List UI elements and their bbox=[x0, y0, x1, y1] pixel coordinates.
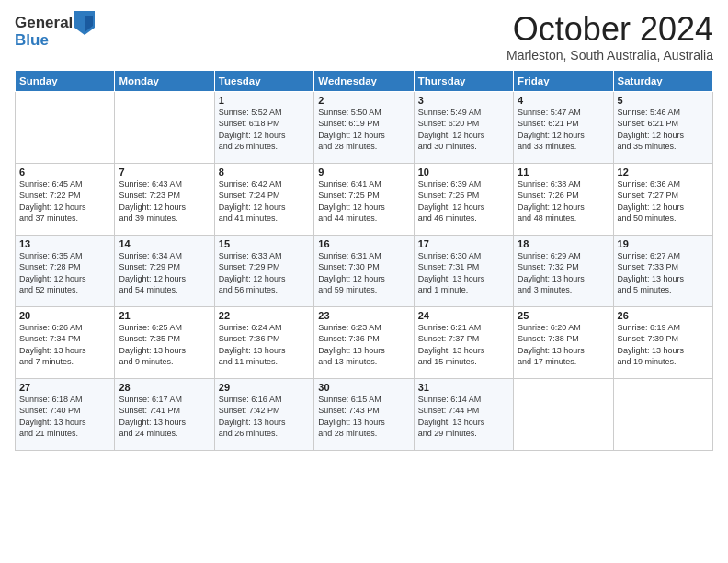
day-number: 14 bbox=[119, 238, 210, 249]
day-number: 21 bbox=[119, 310, 210, 321]
day-detail: Sunrise: 6:41 AMSunset: 7:25 PMDaylight:… bbox=[318, 178, 409, 224]
day-number: 18 bbox=[518, 238, 609, 249]
day-number: 5 bbox=[618, 95, 709, 106]
day-detail: Sunrise: 6:17 AMSunset: 7:41 PMDaylight:… bbox=[119, 394, 210, 440]
weekday-header-sunday: Sunday bbox=[16, 70, 115, 91]
day-number: 20 bbox=[19, 310, 110, 321]
calendar-cell bbox=[613, 378, 712, 450]
day-number: 23 bbox=[318, 310, 409, 321]
calendar-cell: 12Sunrise: 6:36 AMSunset: 7:27 PMDayligh… bbox=[613, 163, 712, 235]
calendar-table: SundayMondayTuesdayWednesdayThursdayFrid… bbox=[15, 70, 713, 451]
day-number: 11 bbox=[518, 167, 609, 178]
calendar-week-row: 6Sunrise: 6:45 AMSunset: 7:22 PMDaylight… bbox=[16, 163, 713, 235]
calendar-week-row: 1Sunrise: 5:52 AMSunset: 6:18 PMDaylight… bbox=[16, 91, 713, 163]
day-detail: Sunrise: 5:49 AMSunset: 6:20 PMDaylight:… bbox=[418, 107, 509, 153]
day-number: 25 bbox=[518, 310, 609, 321]
calendar-cell: 6Sunrise: 6:45 AMSunset: 7:22 PMDaylight… bbox=[16, 163, 115, 235]
calendar-cell: 19Sunrise: 6:27 AMSunset: 7:33 PMDayligh… bbox=[613, 235, 712, 306]
calendar-cell: 27Sunrise: 6:18 AMSunset: 7:40 PMDayligh… bbox=[16, 378, 115, 450]
day-number: 24 bbox=[418, 310, 509, 321]
logo-icon bbox=[74, 11, 95, 35]
logo-blue-text: Blue bbox=[15, 31, 49, 50]
day-detail: Sunrise: 6:20 AMSunset: 7:38 PMDaylight:… bbox=[518, 322, 609, 368]
title-block: October 2024 Marleston, South Australia,… bbox=[506, 11, 713, 63]
day-detail: Sunrise: 6:34 AMSunset: 7:29 PMDaylight:… bbox=[119, 250, 210, 296]
day-number: 10 bbox=[418, 167, 509, 178]
calendar-cell: 24Sunrise: 6:21 AMSunset: 7:37 PMDayligh… bbox=[414, 306, 513, 378]
calendar-cell bbox=[115, 91, 214, 163]
logo: General Blue bbox=[15, 11, 97, 50]
calendar-cell: 16Sunrise: 6:31 AMSunset: 7:30 PMDayligh… bbox=[314, 235, 414, 306]
calendar-cell: 1Sunrise: 5:52 AMSunset: 6:18 PMDaylight… bbox=[214, 91, 313, 163]
calendar-cell: 31Sunrise: 6:14 AMSunset: 7:44 PMDayligh… bbox=[414, 378, 513, 450]
day-detail: Sunrise: 6:45 AMSunset: 7:22 PMDaylight:… bbox=[19, 178, 110, 224]
calendar-cell bbox=[16, 91, 115, 163]
day-number: 30 bbox=[318, 382, 409, 393]
day-number: 19 bbox=[618, 238, 709, 249]
day-number: 28 bbox=[119, 382, 210, 393]
calendar-cell bbox=[514, 378, 613, 450]
day-detail: Sunrise: 5:50 AMSunset: 6:19 PMDaylight:… bbox=[318, 107, 409, 153]
day-detail: Sunrise: 6:36 AMSunset: 7:27 PMDaylight:… bbox=[618, 178, 709, 224]
calendar-cell: 11Sunrise: 6:38 AMSunset: 7:26 PMDayligh… bbox=[514, 163, 613, 235]
day-detail: Sunrise: 6:21 AMSunset: 7:37 PMDaylight:… bbox=[418, 322, 509, 368]
header-section: General Blue October 2024 Marleston, Sou… bbox=[15, 11, 713, 63]
location-title: Marleston, South Australia, Australia bbox=[506, 48, 713, 63]
calendar-cell: 9Sunrise: 6:41 AMSunset: 7:25 PMDaylight… bbox=[314, 163, 414, 235]
calendar-cell: 20Sunrise: 6:26 AMSunset: 7:34 PMDayligh… bbox=[16, 306, 115, 378]
calendar-cell: 23Sunrise: 6:23 AMSunset: 7:36 PMDayligh… bbox=[314, 306, 414, 378]
calendar-cell: 10Sunrise: 6:39 AMSunset: 7:25 PMDayligh… bbox=[414, 163, 513, 235]
calendar-cell: 4Sunrise: 5:47 AMSunset: 6:21 PMDaylight… bbox=[514, 91, 613, 163]
weekday-header-friday: Friday bbox=[514, 70, 613, 91]
calendar-cell: 2Sunrise: 5:50 AMSunset: 6:19 PMDaylight… bbox=[314, 91, 414, 163]
calendar-cell: 25Sunrise: 6:20 AMSunset: 7:38 PMDayligh… bbox=[514, 306, 613, 378]
day-detail: Sunrise: 6:39 AMSunset: 7:25 PMDaylight:… bbox=[418, 178, 509, 224]
weekday-header-monday: Monday bbox=[115, 70, 214, 91]
calendar-cell: 22Sunrise: 6:24 AMSunset: 7:36 PMDayligh… bbox=[214, 306, 313, 378]
day-number: 29 bbox=[219, 382, 310, 393]
calendar-cell: 3Sunrise: 5:49 AMSunset: 6:20 PMDaylight… bbox=[414, 91, 513, 163]
day-number: 22 bbox=[219, 310, 310, 321]
day-detail: Sunrise: 6:29 AMSunset: 7:32 PMDaylight:… bbox=[518, 250, 609, 296]
day-number: 8 bbox=[219, 167, 310, 178]
day-number: 12 bbox=[618, 167, 709, 178]
day-number: 9 bbox=[318, 167, 409, 178]
day-number: 1 bbox=[219, 95, 310, 106]
day-detail: Sunrise: 6:42 AMSunset: 7:24 PMDaylight:… bbox=[219, 178, 310, 224]
calendar-cell: 15Sunrise: 6:33 AMSunset: 7:29 PMDayligh… bbox=[214, 235, 313, 306]
day-number: 13 bbox=[19, 238, 110, 249]
day-number: 31 bbox=[418, 382, 509, 393]
calendar-cell: 26Sunrise: 6:19 AMSunset: 7:39 PMDayligh… bbox=[613, 306, 712, 378]
calendar-cell: 14Sunrise: 6:34 AMSunset: 7:29 PMDayligh… bbox=[115, 235, 214, 306]
calendar-week-row: 20Sunrise: 6:26 AMSunset: 7:34 PMDayligh… bbox=[16, 306, 713, 378]
day-detail: Sunrise: 6:14 AMSunset: 7:44 PMDaylight:… bbox=[418, 394, 509, 440]
calendar-cell: 8Sunrise: 6:42 AMSunset: 7:24 PMDaylight… bbox=[214, 163, 313, 235]
day-number: 27 bbox=[19, 382, 110, 393]
page: General Blue October 2024 Marleston, Sou… bbox=[0, 0, 728, 458]
logo-general-text: General bbox=[15, 14, 73, 32]
day-detail: Sunrise: 6:19 AMSunset: 7:39 PMDaylight:… bbox=[618, 322, 709, 368]
day-detail: Sunrise: 6:25 AMSunset: 7:35 PMDaylight:… bbox=[119, 322, 210, 368]
day-number: 15 bbox=[219, 238, 310, 249]
weekday-header-thursday: Thursday bbox=[414, 70, 513, 91]
day-detail: Sunrise: 6:43 AMSunset: 7:23 PMDaylight:… bbox=[119, 178, 210, 224]
calendar-cell: 5Sunrise: 5:46 AMSunset: 6:21 PMDaylight… bbox=[613, 91, 712, 163]
day-number: 26 bbox=[618, 310, 709, 321]
calendar-cell: 21Sunrise: 6:25 AMSunset: 7:35 PMDayligh… bbox=[115, 306, 214, 378]
calendar-week-row: 27Sunrise: 6:18 AMSunset: 7:40 PMDayligh… bbox=[16, 378, 713, 450]
weekday-header-row: SundayMondayTuesdayWednesdayThursdayFrid… bbox=[16, 70, 713, 91]
calendar-week-row: 13Sunrise: 6:35 AMSunset: 7:28 PMDayligh… bbox=[16, 235, 713, 306]
day-number: 3 bbox=[418, 95, 509, 106]
calendar-cell: 29Sunrise: 6:16 AMSunset: 7:42 PMDayligh… bbox=[214, 378, 313, 450]
day-detail: Sunrise: 6:18 AMSunset: 7:40 PMDaylight:… bbox=[19, 394, 110, 440]
day-detail: Sunrise: 6:23 AMSunset: 7:36 PMDaylight:… bbox=[318, 322, 409, 368]
day-detail: Sunrise: 6:16 AMSunset: 7:42 PMDaylight:… bbox=[219, 394, 310, 440]
day-detail: Sunrise: 6:38 AMSunset: 7:26 PMDaylight:… bbox=[518, 178, 609, 224]
day-number: 6 bbox=[19, 167, 110, 178]
day-number: 2 bbox=[318, 95, 409, 106]
weekday-header-saturday: Saturday bbox=[613, 70, 712, 91]
day-detail: Sunrise: 6:31 AMSunset: 7:30 PMDaylight:… bbox=[318, 250, 409, 296]
weekday-header-tuesday: Tuesday bbox=[214, 70, 313, 91]
day-detail: Sunrise: 6:35 AMSunset: 7:28 PMDaylight:… bbox=[19, 250, 110, 296]
day-detail: Sunrise: 6:15 AMSunset: 7:43 PMDaylight:… bbox=[318, 394, 409, 440]
